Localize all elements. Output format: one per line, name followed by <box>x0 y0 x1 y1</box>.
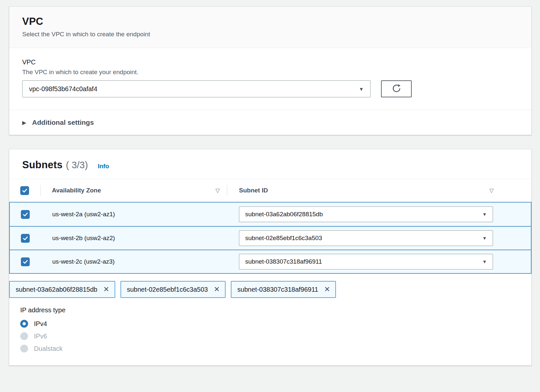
row-checkbox[interactable] <box>21 257 30 266</box>
select-all-cell <box>9 186 40 195</box>
token-label: subnet-03a62ab06f28815db <box>16 286 97 293</box>
subnet-column-label: Subnet ID <box>239 187 268 194</box>
subnet-token: subnet-03a62ab06f28815db ✕ <box>9 281 115 298</box>
subnets-counter: ( 3/3) <box>66 160 88 171</box>
subnet-select[interactable]: subnet-02e85ebf1c6c3a503 ▼ <box>239 230 493 246</box>
subnets-container: Subnets ( 3/3) Info Availability Zone ▽ … <box>9 149 532 366</box>
row-checkbox[interactable] <box>21 234 30 243</box>
radio-selected-icon[interactable] <box>20 320 28 328</box>
check-icon <box>22 188 28 194</box>
subnet-cell: subnet-03a62ab06f28815db ▼ <box>227 206 531 222</box>
subnet-token: subnet-02e85ebf1c6c3a503 ✕ <box>120 281 226 298</box>
table-row[interactable]: us-west-2a (usw2-az1) subnet-03a62ab06f2… <box>10 203 531 226</box>
subnet-cell: subnet-02e85ebf1c6c3a503 ▼ <box>227 230 531 246</box>
refresh-button[interactable] <box>381 80 412 97</box>
close-icon[interactable]: ✕ <box>324 286 330 293</box>
radio-label: IPv6 <box>34 333 47 340</box>
az-cell: us-west-2b (usw2-az2) <box>41 235 227 242</box>
info-link[interactable]: Info <box>98 163 109 170</box>
subnets-card-title: Subnets <box>22 159 63 171</box>
token-label: subnet-038307c318af96911 <box>237 286 318 293</box>
chevron-down-icon: ▼ <box>482 212 487 217</box>
subnet-token: subnet-038307c318af96911 ✕ <box>231 281 336 298</box>
az-cell: us-west-2c (usw2-az3) <box>41 258 227 265</box>
close-icon[interactable]: ✕ <box>103 286 109 293</box>
az-column-label: Availability Zone <box>52 187 101 194</box>
ip-address-type-group: IP address type IPv4 IPv6 Dualstack <box>9 298 532 366</box>
subnet-column-header: Subnet ID ▽ <box>227 187 532 194</box>
vpc-card-header: VPC Select the VPC in which to create th… <box>9 7 532 48</box>
vpc-field-description: The VPC in which to create your endpoint… <box>22 69 518 76</box>
vpc-card-subtitle: Select the VPC in which to create the en… <box>22 31 518 38</box>
vpc-select-value: vpc-098f53b674c0afaf4 <box>29 85 97 93</box>
az-value: us-west-2c (usw2-az3) <box>52 258 115 265</box>
radio-label: Dualstack <box>34 345 63 352</box>
subnet-select[interactable]: subnet-03a62ab06f28815db ▼ <box>239 206 493 222</box>
row-checkbox-cell <box>10 257 41 266</box>
expand-caret-icon: ▶ <box>22 120 26 126</box>
table-body: us-west-2a (usw2-az1) subnet-03a62ab06f2… <box>9 202 532 274</box>
az-value: us-west-2a (usw2-az1) <box>52 211 115 218</box>
radio-option-ipv6: IPv6 <box>20 332 520 340</box>
table-header-row: Availability Zone ▽ Subnet ID ▽ <box>9 179 532 202</box>
token-label: subnet-02e85ebf1c6c3a503 <box>127 286 208 293</box>
select-all-checkbox[interactable] <box>20 186 29 195</box>
table-row[interactable]: us-west-2c (usw2-az3) subnet-038307c318a… <box>10 250 531 273</box>
radio-label: IPv4 <box>34 320 47 328</box>
subnet-cell: subnet-038307c318af96911 ▼ <box>227 254 531 270</box>
check-icon <box>22 259 28 265</box>
az-cell: us-west-2a (usw2-az1) <box>41 211 227 218</box>
table-row[interactable]: us-west-2b (usw2-az2) subnet-02e85ebf1c6… <box>10 226 531 250</box>
ip-address-type-label: IP address type <box>20 306 520 314</box>
chevron-down-icon: ▼ <box>482 259 487 264</box>
vpc-container: VPC Select the VPC in which to create th… <box>9 7 532 135</box>
selected-subnet-tokens: subnet-03a62ab06f28815db ✕ subnet-02e85e… <box>9 281 532 298</box>
subnet-select-value: subnet-02e85ebf1c6c3a503 <box>245 235 322 242</box>
radio-option-ipv4[interactable]: IPv4 <box>20 320 520 328</box>
subnet-select-value: subnet-03a62ab06f28815db <box>245 211 323 218</box>
sort-icon[interactable]: ▽ <box>489 187 494 194</box>
subnet-select[interactable]: subnet-038307c318af96911 ▼ <box>239 254 493 270</box>
additional-settings-expander[interactable]: ▶ Additional settings <box>9 110 532 135</box>
subnet-select-value: subnet-038307c318af96911 <box>245 258 322 265</box>
refresh-icon <box>392 84 401 94</box>
radio-disabled-icon <box>20 332 28 340</box>
chevron-down-icon: ▼ <box>359 86 364 92</box>
additional-settings-label: Additional settings <box>32 119 94 126</box>
vpc-card-title: VPC <box>22 16 518 27</box>
vpc-controls-row: vpc-098f53b674c0afaf4 ▼ <box>22 80 518 97</box>
chevron-down-icon: ▼ <box>482 236 487 241</box>
vpc-form-body: VPC The VPC in which to create your endp… <box>9 48 532 110</box>
vpc-field-label: VPC <box>22 58 518 66</box>
az-column-header: Availability Zone ▽ <box>41 187 227 194</box>
radio-disabled-icon <box>20 345 28 352</box>
row-checkbox-cell <box>10 234 41 243</box>
check-icon <box>22 235 28 241</box>
row-checkbox-cell <box>10 210 41 219</box>
vpc-select[interactable]: vpc-098f53b674c0afaf4 ▼ <box>22 80 371 97</box>
subnets-card-header: Subnets ( 3/3) Info <box>9 149 532 179</box>
radio-option-dualstack: Dualstack <box>20 345 520 352</box>
az-value: us-west-2b (usw2-az2) <box>52 235 115 242</box>
sort-icon[interactable]: ▽ <box>215 187 220 194</box>
check-icon <box>22 211 28 218</box>
close-icon[interactable]: ✕ <box>214 286 220 293</box>
row-checkbox[interactable] <box>21 210 30 219</box>
